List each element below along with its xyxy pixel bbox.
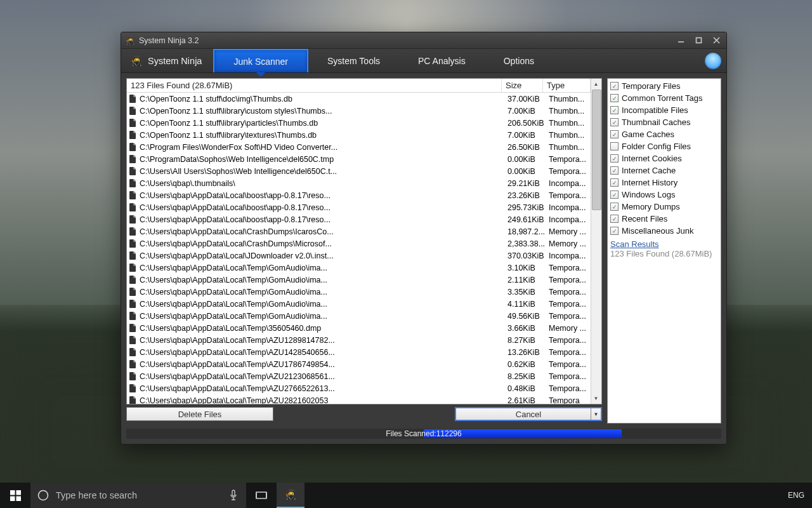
checkbox-icon[interactable]: ✓ <box>610 82 619 90</box>
category-windows-logs[interactable]: ✓Windows Logs <box>610 189 718 201</box>
file-icon <box>129 372 137 381</box>
user-avatar[interactable] <box>705 53 721 69</box>
checkbox-icon[interactable]: ✓ <box>610 227 619 235</box>
category-thumbnail-caches[interactable]: ✓Thumbnail Caches <box>610 116 718 128</box>
category-internet-history[interactable]: ✓Internet History <box>610 177 718 189</box>
file-row[interactable]: C:\Program Files\WonderFox Soft\HD Video… <box>127 141 591 153</box>
task-view-button[interactable] <box>246 483 277 508</box>
cortana-icon[interactable] <box>30 490 56 501</box>
file-row[interactable]: C:\Users\qbap\AppData\Local\Temp\AZU1289… <box>127 334 591 346</box>
file-row[interactable]: C:\Users\qbap\AppData\Local\Temp\GomAudi… <box>127 274 591 286</box>
language-indicator[interactable]: ENG <box>780 491 812 500</box>
header-summary[interactable]: 123 Files Found (28.67MiB) <box>127 79 502 92</box>
file-row[interactable]: C:\Users\qbap\AppData\Local\boost\app-0.… <box>127 213 591 225</box>
scroll-thumb[interactable] <box>592 90 601 210</box>
file-path: C:\Users\qbap\AppData\Local\CrashDumps\M… <box>140 239 504 248</box>
file-row[interactable]: C:\Users\qbap\AppData\Local\Temp\3560546… <box>127 322 591 334</box>
file-path: C:\Users\qbap\AppData\Local\Temp\AZU1428… <box>140 348 504 357</box>
category-label: Internet History <box>622 178 678 187</box>
scroll-up-button[interactable]: ▲ <box>591 79 601 90</box>
category-common-torrent-tags[interactable]: ✓Common Torrent Tags <box>610 92 718 104</box>
file-row[interactable]: C:\OpenToonz 1.1 stuff\library\particles… <box>127 117 591 129</box>
tab-junk-scanner[interactable]: Junk Scanner <box>213 49 308 72</box>
vertical-scrollbar[interactable]: ▲ ▼ <box>591 79 601 404</box>
file-type: Tempora... <box>545 276 591 284</box>
file-row[interactable]: C:\Users\qbap\AppData\Local\boost\app-0.… <box>127 201 591 213</box>
category-folder-config-files[interactable]: ✓Folder Config Files <box>610 140 718 152</box>
category-internet-cache[interactable]: ✓Internet Cache <box>610 164 718 177</box>
file-path: C:\Users\qbap\AppData\Local\Temp\AZU1786… <box>140 360 504 369</box>
file-row[interactable]: C:\Users\qbap\AppData\Local\Temp\GomAudi… <box>127 262 591 274</box>
category-internet-cookies[interactable]: ✓Internet Cookies <box>610 152 718 164</box>
file-icon <box>129 131 137 140</box>
taskbar-search[interactable]: Type here to search <box>30 483 246 508</box>
file-row[interactable]: C:\OpenToonz 1.1 stuff\library\textures\… <box>127 129 591 141</box>
tab-pc-analysis[interactable]: PC Analysis <box>399 49 485 72</box>
titlebar[interactable]: 🥷 System Ninja 3.2 <box>121 32 726 49</box>
category-incompatible-files[interactable]: ✓Incompatible Files <box>610 104 718 116</box>
cancel-button[interactable]: Cancel ▼ <box>455 407 602 421</box>
file-row[interactable]: C:\Users\qbap\AppData\Local\JDownloader … <box>127 250 591 262</box>
category-game-caches[interactable]: ✓Game Caches <box>610 128 718 140</box>
file-row[interactable]: C:\Users\qbap\AppData\Local\Temp\GomAudi… <box>127 298 591 310</box>
file-row[interactable]: C:\Users\qbap\AppData\Local\Temp\GomAudi… <box>127 310 591 322</box>
file-size: 3.66KiB <box>504 324 545 333</box>
checkbox-icon[interactable]: ✓ <box>610 178 619 187</box>
file-icon <box>129 288 137 297</box>
file-path: C:\Users\qbap\.thumbnails\ <box>140 179 504 188</box>
file-row[interactable]: C:\Users\qbap\AppData\Local\CrashDumps\M… <box>127 237 591 250</box>
cancel-dropdown-icon[interactable]: ▼ <box>591 408 601 420</box>
category-label: Windows Logs <box>622 190 676 199</box>
file-row[interactable]: C:\Users\qbap\AppData\Local\Temp\AZU1786… <box>127 358 591 370</box>
checkbox-icon[interactable]: ✓ <box>610 166 619 175</box>
file-size: 37.00KiB <box>504 95 545 104</box>
mic-icon[interactable] <box>221 490 246 501</box>
checkbox-icon[interactable]: ✓ <box>610 130 619 138</box>
category-memory-dumps[interactable]: ✓Memory Dumps <box>610 201 718 213</box>
close-button[interactable] <box>710 36 723 45</box>
category-temporary-files[interactable]: ✓Temporary Files <box>610 80 718 92</box>
start-button[interactable] <box>0 483 30 508</box>
tab-bar: 🥷 System Ninja Junk ScannerSystem ToolsP… <box>121 49 726 73</box>
category-miscellaneous-junk[interactable]: ✓Miscellaneous Junk <box>610 225 718 237</box>
file-row[interactable]: C:\Users\qbap\AppData\Local\boost\app-0.… <box>127 189 591 201</box>
scan-results-link[interactable]: Scan Results <box>610 239 718 249</box>
checkbox-icon[interactable]: ✓ <box>610 190 619 199</box>
file-size: 3.35KiB <box>504 288 545 297</box>
file-row[interactable]: C:\Users\qbap\.thumbnails\29.21KiBIncomp… <box>127 177 591 189</box>
tab-options[interactable]: Options <box>485 49 553 72</box>
checkbox-icon[interactable]: ✓ <box>610 94 619 102</box>
maximize-button[interactable] <box>692 36 705 45</box>
minimize-button[interactable] <box>674 36 687 45</box>
svg-rect-5 <box>16 490 21 495</box>
file-row[interactable]: C:\Users\qbap\AppData\Local\Temp\AZU2821… <box>127 394 591 404</box>
checkbox-icon[interactable]: ✓ <box>610 154 619 163</box>
header-size[interactable]: Size <box>502 79 543 92</box>
category-recent-files[interactable]: ✓Recent Files <box>610 213 718 225</box>
category-label: Memory Dumps <box>622 202 680 211</box>
checkbox-icon[interactable]: ✓ <box>610 106 619 114</box>
file-row[interactable]: C:\ProgramData\Sophos\Web Intelligence\d… <box>127 153 591 165</box>
checkbox-icon[interactable]: ✓ <box>610 203 619 211</box>
file-type: Thumbn... <box>545 119 591 128</box>
file-row[interactable]: C:\Users\qbap\AppData\Local\Temp\GomAudi… <box>127 286 591 298</box>
file-row[interactable]: C:\Users\qbap\AppData\Local\Temp\AZU2123… <box>127 370 591 382</box>
tab-system-tools[interactable]: System Tools <box>308 49 399 72</box>
taskbar-app-system-ninja[interactable]: 🥷 <box>277 483 304 508</box>
file-icon <box>129 348 137 357</box>
checkbox-icon[interactable]: ✓ <box>610 118 619 126</box>
file-row[interactable]: C:\Users\qbap\AppData\Local\Temp\AZU1428… <box>127 346 591 358</box>
file-icon <box>129 251 137 260</box>
file-row[interactable]: C:\OpenToonz 1.1 stuff\doc\img\Thumbs.db… <box>127 93 591 105</box>
file-row[interactable]: C:\Users\qbap\AppData\Local\CrashDumps\I… <box>127 225 591 237</box>
file-row[interactable]: C:\OpenToonz 1.1 stuff\library\custom st… <box>127 105 591 117</box>
file-icon <box>129 203 137 212</box>
file-row[interactable]: C:\Users\qbap\AppData\Local\Temp\AZU2766… <box>127 382 591 394</box>
scroll-down-button[interactable]: ▼ <box>591 393 601 404</box>
cancel-label: Cancel <box>516 410 541 419</box>
delete-files-button[interactable]: Delete Files <box>126 407 273 421</box>
checkbox-icon[interactable]: ✓ <box>610 215 619 223</box>
header-type[interactable]: Type <box>543 79 591 92</box>
file-row[interactable]: C:\Users\All Users\Sophos\Web Intelligen… <box>127 165 591 177</box>
checkbox-icon[interactable]: ✓ <box>610 142 619 150</box>
